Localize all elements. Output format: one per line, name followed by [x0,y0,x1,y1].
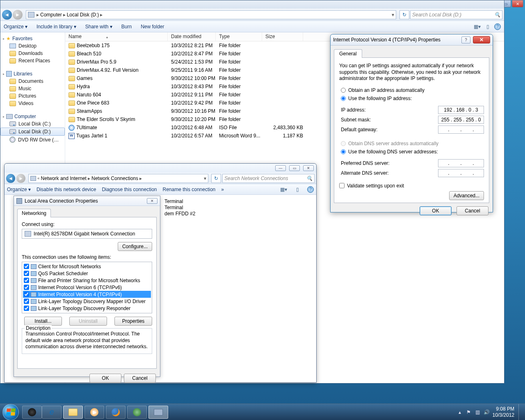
taskbar-explorer[interactable] [63,406,83,419]
favorites-header[interactable]: ▸★Favorites [0,35,65,42]
network-tray-icon[interactable]: ▥ [475,409,481,415]
configure-button[interactable]: Configure... [118,242,152,251]
close-button[interactable]: ✕ [512,0,523,7]
component-checkbox[interactable] [24,278,29,283]
close-button[interactable]: ✕ [303,165,314,171]
component-checkbox[interactable] [24,299,29,304]
tab-networking[interactable]: Networking [17,209,51,217]
help-icon[interactable]: ? [494,23,501,30]
show-desktop-button[interactable] [518,404,523,420]
burn-button[interactable]: Burn [121,24,132,30]
refresh-button[interactable]: ↻ [399,10,409,19]
tab-general[interactable]: General [334,49,362,58]
network-component-item[interactable]: QoS Packet Scheduler [23,270,151,277]
preview-pane-icon[interactable]: ▯ [484,23,492,31]
refresh-button[interactable]: ↻ [211,174,221,183]
sidebar-item-pictures[interactable]: Pictures [0,92,65,100]
disable-device[interactable]: Disable this network device [37,187,96,192]
organize-menu[interactable]: Organize ▾ [7,187,31,192]
column-size[interactable]: Size [262,32,303,41]
libraries-header[interactable]: ▸Libraries [0,70,65,78]
taskbar-ie[interactable]: e [42,406,62,419]
sidebar-item-dvd-drive[interactable]: DVD RW Drive (E:) 7U [0,136,65,144]
radio-dns-use[interactable]: Use the following DNS server addresses: [339,149,484,155]
taskbar-network[interactable] [148,406,168,419]
help-button[interactable]: ? [461,37,470,43]
close-button[interactable]: ✕ [473,36,490,43]
install-button[interactable]: Install... [24,317,62,326]
radio-use-following[interactable]: Use the following IP address: [339,96,484,101]
network-component-item[interactable]: File and Printer Sharing for Microsoft N… [23,277,151,284]
sidebar-item-downloads[interactable]: Downloads [0,50,65,57]
diagnose-connection[interactable]: Diagnose this connection [102,187,157,192]
volume-icon[interactable]: 🔊 [484,409,490,415]
clock[interactable]: 9:08 PM 10/3/2012 [493,406,514,418]
component-checkbox[interactable] [24,306,29,311]
minimize-button[interactable]: — [275,165,286,171]
sidebar-item-c-drive[interactable]: Local Disk (C:) [0,120,65,128]
preferred-dns-input[interactable]: . . . [438,159,484,167]
network-component-item[interactable]: Link-Layer Topology Discovery Mapper I/O… [23,298,151,305]
search-input[interactable]: Search Local Disk (D:) 🔍 [410,10,502,19]
view-options-icon[interactable]: ▦▾ [473,23,481,31]
network-items-list[interactable]: Client for Microsoft NetworksQoS Packet … [22,262,152,313]
rename-connection[interactable]: Rename this connection [163,187,216,192]
network-component-item[interactable]: Link-Layer Topology Discovery Responder [23,305,151,312]
column-date[interactable]: Date modified [168,32,216,41]
view-options-icon[interactable]: ▦▾ [279,185,288,194]
maximize-button[interactable]: ▭ [289,165,300,171]
help-icon[interactable]: ? [307,186,314,193]
validate-checkbox[interactable]: Validate settings upon exit [339,183,484,189]
preview-pane-icon[interactable]: ▯ [293,185,301,194]
ok-button[interactable]: OK [420,206,452,215]
computer-header[interactable]: ▸Computer [0,113,65,120]
chevron-down-icon[interactable]: ▾ [392,12,394,18]
flag-icon[interactable]: ⚑ [466,409,472,415]
component-checkbox[interactable] [24,285,29,290]
network-component-item[interactable]: Internet Protocol Version 4 (TCP/IPv4) [23,291,151,298]
organize-menu[interactable]: Organize ▾ [4,24,27,30]
default-gateway-input[interactable]: . . . [438,126,484,134]
breadcrumb-item[interactable]: Network Connections [91,176,138,181]
forward-button[interactable]: ► [16,174,25,183]
column-type[interactable]: Type [216,32,262,41]
ip-address-input[interactable]: 192 . 168 . 0 . 3 [438,106,484,114]
breadcrumb-item[interactable]: Network and Internet [41,176,87,181]
share-with-menu[interactable]: Share with ▾ [85,24,112,30]
ok-button[interactable]: OK [89,374,121,383]
sidebar-item-documents[interactable]: Documents [0,78,65,85]
component-checkbox[interactable] [24,271,29,276]
sidebar-item-d-drive[interactable]: Local Disk (D:) [0,128,65,136]
forward-button[interactable]: ► [13,10,23,20]
taskbar-app-1[interactable] [22,406,42,419]
component-checkbox[interactable] [24,264,29,269]
advanced-button[interactable]: Advanced... [449,191,484,200]
include-library-menu[interactable]: Include in library ▾ [37,24,76,30]
search-input[interactable]: Search Network Connections 🔍 [222,174,315,183]
cancel-button[interactable]: Cancel [124,374,156,383]
alternate-dns-input[interactable]: . . . [438,169,484,177]
show-hidden-icons[interactable]: ▴ [457,409,463,415]
taskbar-firefox[interactable] [106,406,126,419]
list-item[interactable]: Terminal [164,198,311,204]
chevron-down-icon[interactable]: ▾ [204,176,206,181]
close-button[interactable]: ✕ [147,198,158,204]
breadcrumb[interactable]: ▸ Computer ▸ Local Disk (D:) ▸ ▾ [26,10,396,19]
taskbar-wmp[interactable]: ▶ [84,406,104,419]
subnet-mask-input[interactable]: 255 . 255 . 255 . 0 [438,116,484,124]
breadcrumb-item[interactable]: Local Disk (D:) [67,12,99,18]
start-button[interactable] [2,404,19,420]
column-name[interactable]: Name [65,32,168,41]
sidebar-item-recent[interactable]: Recent Places [0,57,65,64]
breadcrumb[interactable]: « Network and Internet ▸ Network Connect… [28,174,208,183]
back-button[interactable]: ◄ [2,10,12,20]
properties-button[interactable]: Properties [114,317,152,326]
network-component-item[interactable]: Client for Microsoft Networks [23,263,151,270]
component-checkbox[interactable] [24,292,29,297]
back-button[interactable]: ◄ [6,174,15,183]
network-component-item[interactable]: Internet Protocol Version 6 (TCP/IPv6) [23,284,151,291]
sidebar-item-videos[interactable]: Videos [0,100,65,107]
sidebar-item-music[interactable]: Music [0,85,65,92]
new-folder-button[interactable]: New folder [141,24,164,30]
radio-obtain-auto[interactable]: Obtain an IP address automatically [339,87,484,93]
